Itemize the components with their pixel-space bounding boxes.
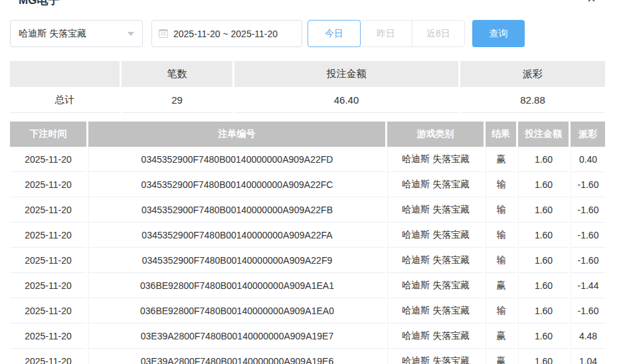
records-table: 下注时间注单编号游戏类别结果投注金额派彩 2025-11-20034535290…: [10, 122, 605, 364]
records-header-cell-5: 派彩: [571, 122, 605, 147]
table-row: 2025-11-20036BE92800F7480B00140000000A90…: [10, 298, 605, 323]
cell-order-number: 03E39A2800F7480B00140000000A909A19E6: [88, 349, 385, 364]
cell-order-number: 0345352900F7480B00140000000A909A22FB: [88, 197, 385, 223]
cell-result: 赢: [486, 273, 516, 298]
search-button[interactable]: 查询: [472, 20, 525, 47]
cell-bet-time: 2025-11-20: [10, 323, 86, 349]
records-body: 2025-11-200345352900F7480B00140000000A90…: [10, 147, 605, 364]
cell-result: 赢: [486, 147, 516, 172]
cell-order-number: 03E39A2800F7480B00140000000A909A19E7: [88, 323, 385, 349]
quick-filter-button-1[interactable]: 昨日: [360, 21, 412, 46]
summary-header-cell-1: 笔数: [122, 61, 232, 87]
dialog-title: MG电子: [19, 0, 59, 8]
cell-game-category: 哈迪斯 失落宝藏: [387, 298, 484, 323]
table-row: 2025-11-200345352900F7480B00140000000A90…: [10, 223, 605, 248]
cell-result: 赢: [486, 323, 516, 349]
cell-payout: -1.44: [571, 273, 605, 298]
table-row: 2025-11-200345352900F7480B00140000000A90…: [10, 147, 605, 172]
cell-order-number: 0345352900F7480B00140000000A909A22FA: [88, 223, 385, 248]
cell-order-number: 036BE92800F7480B00140000000A909A1EA0: [88, 298, 385, 323]
cell-result: 输: [486, 197, 516, 223]
cell-game-category: 哈迪斯 失落宝藏: [387, 248, 484, 273]
cell-order-number: 0345352900F7480B00140000000A909A22FD: [88, 147, 385, 172]
cell-payout: -1.60: [571, 248, 605, 273]
summary-payout: 82.88: [460, 87, 605, 113]
summary-header-row: 笔数投注金额派彩: [10, 61, 605, 87]
cell-game-category: 哈迪斯 失落宝藏: [387, 172, 484, 197]
cell-game-category: 哈迪斯 失落宝藏: [387, 197, 484, 223]
filter-bar: 哈迪斯 失落宝藏 2025-11-20 ~ 2025-11-20 今日昨日近8日…: [0, 20, 627, 47]
quick-filter-button-2[interactable]: 近8日: [412, 21, 464, 46]
cell-game-category: 哈迪斯 失落宝藏: [387, 349, 484, 364]
cell-bet-amount: 1.60: [518, 223, 569, 248]
summary-total-row: 总计 29 46.40 82.88: [10, 87, 605, 113]
cell-payout: -1.60: [571, 172, 605, 197]
records-header-row: 下注时间注单编号游戏类别结果投注金额派彩: [10, 122, 605, 147]
cell-payout: 1.04: [571, 349, 605, 364]
quick-filter-group: 今日昨日近8日: [308, 20, 465, 47]
cell-result: 输: [486, 248, 516, 273]
game-select-value: 哈迪斯 失落宝藏: [19, 28, 124, 40]
summary-header-cell-0: [10, 61, 120, 87]
records-header-cell-2: 游戏类别: [387, 122, 484, 147]
cell-payout: 4.48: [571, 323, 605, 349]
table-row: 2025-11-200345352900F7480B00140000000A90…: [10, 197, 605, 223]
cell-bet-amount: 1.60: [518, 349, 569, 364]
chevron-down-icon: [128, 32, 134, 36]
cell-order-number: 036BE92800F7480B00140000000A909A1EA1: [88, 273, 385, 298]
game-records-dialog: MG电子 × 哈迪斯 失落宝藏 2025-11-20 ~ 2025-11-20 …: [0, 0, 627, 364]
cell-order-number: 0345352900F7480B00140000000A909A22FC: [88, 172, 385, 197]
close-icon[interactable]: ×: [587, 0, 596, 6]
cell-result: 输: [486, 172, 516, 197]
cell-bet-amount: 1.60: [518, 273, 569, 298]
summary-header-cell-2: 投注金额: [234, 61, 458, 87]
cell-payout: -1.60: [571, 197, 605, 223]
table-row: 2025-11-2003E39A2800F7480B00140000000A90…: [10, 349, 605, 364]
cell-order-number: 0345352900F7480B00140000000A909A22F9: [88, 248, 385, 273]
cell-result: 赢: [486, 349, 516, 364]
table-row: 2025-11-200345352900F7480B00140000000A90…: [10, 248, 605, 273]
cell-payout: -1.60: [571, 298, 605, 323]
records-header-cell-3: 结果: [486, 122, 516, 147]
cell-bet-time: 2025-11-20: [10, 298, 86, 323]
cell-bet-amount: 1.60: [518, 323, 569, 349]
cell-game-category: 哈迪斯 失落宝藏: [387, 323, 484, 349]
cell-game-category: 哈迪斯 失落宝藏: [387, 223, 484, 248]
cell-bet-time: 2025-11-20: [10, 147, 86, 172]
calendar-icon: [159, 29, 168, 38]
date-range-value: 2025-11-20 ~ 2025-11-20: [173, 29, 278, 39]
cell-bet-time: 2025-11-20: [10, 349, 86, 364]
table-row: 2025-11-200345352900F7480B00140000000A90…: [10, 172, 605, 197]
cell-bet-time: 2025-11-20: [10, 223, 86, 248]
summary-count: 29: [122, 87, 232, 113]
cell-payout: -1.60: [571, 223, 605, 248]
records-header-cell-1: 注单编号: [88, 122, 385, 147]
table-row: 2025-11-20036BE92800F7480B00140000000A90…: [10, 273, 605, 298]
cell-game-category: 哈迪斯 失落宝藏: [387, 273, 484, 298]
cell-bet-amount: 1.60: [518, 298, 569, 323]
cell-result: 输: [486, 223, 516, 248]
cell-bet-amount: 1.60: [518, 197, 569, 223]
records-header-cell-4: 投注金额: [518, 122, 569, 147]
cell-payout: 0.40: [571, 147, 605, 172]
cell-bet-amount: 1.60: [518, 248, 569, 273]
cell-bet-time: 2025-11-20: [10, 273, 86, 298]
summary-bet-amount: 46.40: [234, 87, 458, 113]
cell-game-category: 哈迪斯 失落宝藏: [387, 147, 484, 172]
records-header-cell-0: 下注时间: [10, 122, 86, 147]
game-select[interactable]: 哈迪斯 失落宝藏: [10, 20, 143, 47]
cell-result: 输: [486, 298, 516, 323]
table-row: 2025-11-2003E39A2800F7480B00140000000A90…: [10, 323, 605, 349]
summary-table: 笔数投注金额派彩 总计 29 46.40 82.88: [10, 61, 605, 113]
cell-bet-amount: 1.60: [518, 147, 569, 172]
summary-total-label: 总计: [10, 87, 120, 113]
cell-bet-amount: 1.60: [518, 172, 569, 197]
date-range-input[interactable]: 2025-11-20 ~ 2025-11-20: [151, 20, 302, 47]
cell-bet-time: 2025-11-20: [10, 248, 86, 273]
summary-header-cell-3: 派彩: [460, 61, 605, 87]
cell-bet-time: 2025-11-20: [10, 197, 86, 223]
cell-bet-time: 2025-11-20: [10, 172, 86, 197]
quick-filter-button-0[interactable]: 今日: [308, 20, 361, 47]
